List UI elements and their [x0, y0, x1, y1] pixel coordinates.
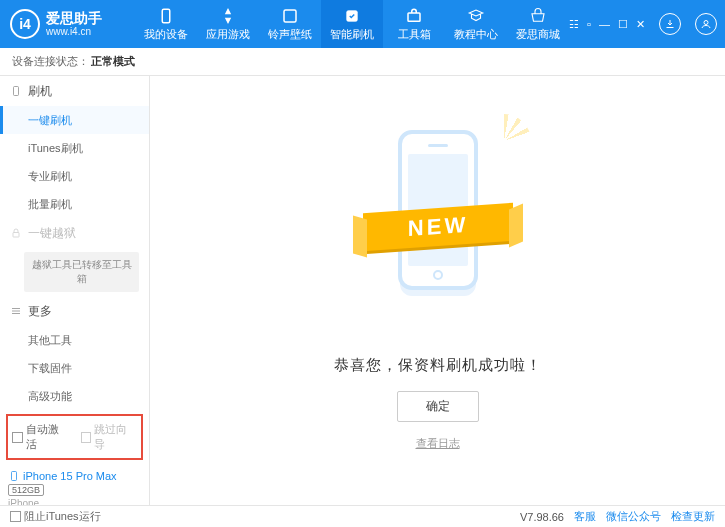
tab-label: 铃声壁纸	[268, 27, 312, 42]
version-label: V7.98.66	[520, 511, 564, 523]
brand-logo: i4 爱思助手 www.i4.cn	[0, 9, 135, 39]
svg-rect-3	[408, 13, 420, 21]
success-message: 恭喜您，保资料刷机成功啦！	[334, 356, 542, 375]
tab-label: 工具箱	[398, 27, 431, 42]
group-label: 刷机	[28, 83, 52, 100]
store-icon	[529, 7, 547, 25]
tab-ringtone[interactable]: 铃声壁纸	[259, 0, 321, 48]
group-label: 更多	[28, 303, 52, 320]
options-box: 自动激活 跳过向导	[6, 414, 143, 460]
footer-link-wechat[interactable]: 微信公众号	[606, 509, 661, 524]
chk-label: 跳过向导	[94, 422, 137, 452]
tab-my-device[interactable]: 我的设备	[135, 0, 197, 48]
sidebar-item-advanced[interactable]: 高级功能	[0, 382, 149, 410]
status-value: 正常模式	[91, 54, 135, 69]
device-name: iPhone 15 Pro Max	[23, 470, 117, 482]
tab-store[interactable]: 爱思商城	[507, 0, 569, 48]
checkbox-block-itunes[interactable]: 阻止iTunes运行	[10, 509, 101, 524]
phone-icon	[10, 85, 22, 97]
svg-rect-7	[12, 472, 17, 481]
ok-button[interactable]: 确定	[397, 391, 479, 422]
sidebar-item-itunes[interactable]: iTunes刷机	[0, 134, 149, 162]
main-content: NEW 恭喜您，保资料刷机成功啦！ 确定 查看日志	[150, 76, 725, 505]
apps-icon	[219, 7, 237, 25]
tab-label: 应用游戏	[206, 27, 250, 42]
sidebar-item-pro[interactable]: 专业刷机	[0, 162, 149, 190]
device-icon	[8, 470, 20, 482]
tab-tutorial[interactable]: 教程中心	[445, 0, 507, 48]
tab-flash[interactable]: 智能刷机	[321, 0, 383, 48]
checkbox-autoactivate[interactable]: 自动激活	[12, 422, 69, 452]
sidebar-group-jailbreak: 一键越狱	[0, 218, 149, 248]
tab-label: 智能刷机	[330, 27, 374, 42]
sidebar-item-oneclick[interactable]: 一键刷机	[0, 106, 149, 134]
tab-label: 爱思商城	[516, 27, 560, 42]
checkbox-skipguide[interactable]: 跳过向导	[81, 422, 138, 452]
tutorial-icon	[467, 7, 485, 25]
brand-sub: www.i4.cn	[46, 26, 102, 37]
user-button[interactable]	[695, 13, 717, 35]
sidebar: 刷机 一键刷机 iTunes刷机 专业刷机 批量刷机 一键越狱 越狱工具已转移至…	[0, 76, 150, 505]
lock-icon	[10, 227, 22, 239]
chk-label: 自动激活	[26, 422, 69, 452]
sidebar-item-other[interactable]: 其他工具	[0, 326, 149, 354]
group-label: 一键越狱	[28, 225, 76, 242]
svg-rect-5	[14, 87, 19, 96]
device-type: iPhone	[8, 498, 141, 505]
window-controls: ☷ ▫ ― ☐ ✕	[569, 13, 717, 35]
shine-icon	[477, 114, 531, 168]
status-label: 设备连接状态：	[12, 54, 89, 69]
status-bar: 设备连接状态： 正常模式	[0, 48, 725, 76]
minimize-icon[interactable]: ―	[599, 18, 610, 30]
sidebar-group-flash[interactable]: 刷机	[0, 76, 149, 106]
svg-rect-0	[162, 9, 170, 23]
ribbon-text: NEW	[363, 203, 513, 251]
logo-icon: i4	[10, 9, 40, 39]
nav-tabs: 我的设备 应用游戏 铃声壁纸 智能刷机 工具箱 教程中心 爱思商城	[135, 0, 569, 48]
titlebar: i4 爱思助手 www.i4.cn 我的设备 应用游戏 铃声壁纸 智能刷机 工具…	[0, 0, 725, 48]
device-info[interactable]: iPhone 15 Pro Max 512GB iPhone	[0, 464, 149, 505]
device-storage: 512GB	[8, 484, 44, 496]
wallpaper-icon	[281, 7, 299, 25]
toolbox-icon	[405, 7, 423, 25]
footer-link-update[interactable]: 检查更新	[671, 509, 715, 524]
skin-icon[interactable]: ▫	[587, 18, 591, 30]
success-illustration: NEW	[373, 130, 503, 330]
sidebar-item-batch[interactable]: 批量刷机	[0, 190, 149, 218]
device-icon	[157, 7, 175, 25]
svg-rect-1	[284, 10, 296, 22]
svg-point-4	[704, 21, 708, 25]
chk-label: 阻止iTunes运行	[24, 509, 101, 524]
download-button[interactable]	[659, 13, 681, 35]
sidebar-item-firmware[interactable]: 下载固件	[0, 354, 149, 382]
maximize-icon[interactable]: ☐	[618, 18, 628, 31]
close-icon[interactable]: ✕	[636, 18, 645, 31]
view-log-link[interactable]: 查看日志	[416, 436, 460, 451]
list-icon	[10, 305, 22, 317]
sidebar-group-more[interactable]: 更多	[0, 296, 149, 326]
ribbon-new: NEW	[363, 208, 513, 246]
jailbreak-note: 越狱工具已转移至工具箱	[24, 252, 139, 292]
brand-title: 爱思助手	[46, 11, 102, 26]
menu-icon[interactable]: ☷	[569, 18, 579, 31]
flash-icon	[343, 7, 361, 25]
svg-rect-6	[13, 233, 19, 238]
footer-bar: 阻止iTunes运行 V7.98.66 客服 微信公众号 检查更新	[0, 505, 725, 527]
tab-label: 教程中心	[454, 27, 498, 42]
tab-label: 我的设备	[144, 27, 188, 42]
footer-link-cs[interactable]: 客服	[574, 509, 596, 524]
tab-apps[interactable]: 应用游戏	[197, 0, 259, 48]
tab-toolbox[interactable]: 工具箱	[383, 0, 445, 48]
